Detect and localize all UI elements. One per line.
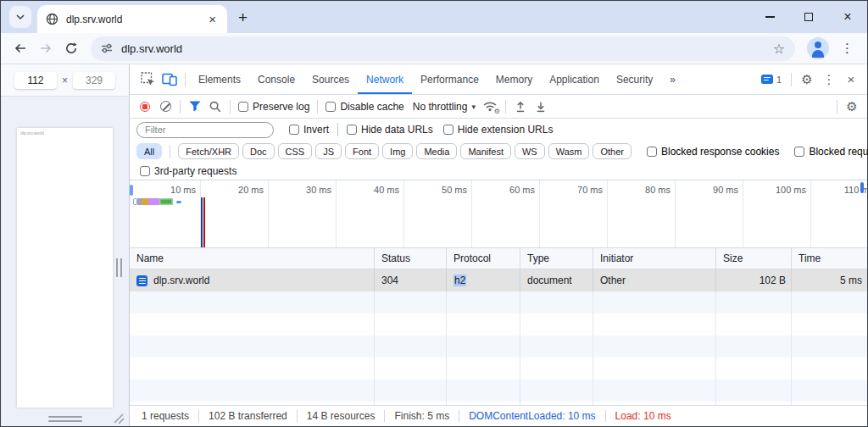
column-header-protocol[interactable]: Protocol bbox=[447, 248, 520, 269]
tab-network[interactable]: Network bbox=[358, 64, 412, 94]
request-row-protocol-cell: h2 bbox=[447, 269, 520, 291]
import-har-button[interactable] bbox=[510, 97, 531, 117]
window-close-button[interactable]: × bbox=[828, 1, 867, 33]
browser-tab[interactable]: dlp.srv.world × bbox=[37, 5, 227, 33]
record-icon bbox=[140, 102, 150, 112]
devtools-menu-button[interactable]: ⋮ bbox=[818, 69, 840, 91]
maximize-button[interactable] bbox=[789, 1, 828, 33]
chip-wasm[interactable]: Wasm bbox=[548, 143, 590, 159]
chip-manifest[interactable]: Manifest bbox=[460, 143, 511, 159]
devtools-panel: Elements Console Sources Network Perform… bbox=[130, 64, 867, 426]
device-width-input[interactable] bbox=[14, 72, 57, 89]
clear-network-log-button[interactable] bbox=[155, 97, 175, 117]
reload-button[interactable] bbox=[58, 36, 84, 61]
separator bbox=[185, 73, 186, 86]
chip-css[interactable]: CSS bbox=[278, 143, 313, 159]
browser-menu-button[interactable]: ⋮ bbox=[834, 41, 860, 56]
tab-elements[interactable]: Elements bbox=[190, 64, 249, 94]
chip-media[interactable]: Media bbox=[416, 143, 457, 159]
network-status-bar: 1 requests 102 B transferred 14 B resour… bbox=[130, 405, 867, 426]
tab-application[interactable]: Application bbox=[541, 64, 608, 94]
table-filler bbox=[792, 291, 867, 405]
disable-cache-checkbox[interactable]: Disable cache bbox=[326, 101, 403, 113]
column-header-size[interactable]: Size bbox=[716, 248, 792, 269]
throttling-select[interactable]: No throttling ▾ bbox=[413, 101, 476, 113]
request-row-initiator-cell[interactable]: Other bbox=[593, 269, 716, 291]
device-height-input[interactable] bbox=[73, 72, 115, 89]
site-settings-icon bbox=[101, 42, 113, 54]
tab-security[interactable]: Security bbox=[608, 64, 661, 94]
column-header-time[interactable]: Time bbox=[792, 248, 867, 269]
record-network-log-button[interactable] bbox=[135, 97, 155, 117]
more-tabs-button[interactable]: » bbox=[661, 64, 684, 94]
third-party-checkbox[interactable]: 3rd-party requests bbox=[140, 165, 236, 177]
waterfall-waiting-segment bbox=[159, 198, 173, 205]
gear-icon: ⚙ bbox=[801, 73, 812, 86]
caret-down-icon: ▾ bbox=[471, 103, 476, 111]
corner-resize-handle[interactable] bbox=[113, 413, 125, 424]
tick-label: 60 ms bbox=[469, 185, 537, 195]
tab-search-button[interactable] bbox=[9, 6, 31, 28]
device-toolbar-toggle[interactable] bbox=[159, 69, 181, 91]
chip-fetch-xhr[interactable]: Fetch/XHR bbox=[178, 143, 239, 159]
tick-label: 90 ms bbox=[672, 185, 741, 195]
column-header-name[interactable]: Name bbox=[130, 248, 375, 269]
invert-checkbox[interactable]: Invert bbox=[289, 124, 329, 136]
back-button[interactable] bbox=[8, 36, 33, 61]
tab-console[interactable]: Console bbox=[249, 64, 303, 94]
search-button[interactable] bbox=[205, 97, 225, 117]
tab-memory[interactable]: Memory bbox=[487, 64, 541, 94]
chip-img[interactable]: Img bbox=[382, 143, 413, 159]
filter-toggle-button[interactable] bbox=[185, 97, 205, 117]
blocked-cookies-checkbox[interactable]: Blocked response cookies bbox=[647, 146, 779, 158]
address-bar[interactable]: dlp.srv.world ☆ bbox=[91, 36, 795, 61]
column-header-status[interactable]: Status bbox=[375, 248, 447, 269]
network-conditions-button[interactable]: ⚙ bbox=[481, 97, 501, 117]
chip-js[interactable]: JS bbox=[315, 143, 342, 159]
tab-close-icon[interactable]: × bbox=[206, 12, 219, 26]
bookmark-star-icon[interactable]: ☆ bbox=[773, 41, 785, 57]
profile-avatar[interactable] bbox=[807, 37, 829, 59]
hide-extension-urls-checkbox[interactable]: Hide extension URLs bbox=[443, 124, 554, 136]
column-header-type[interactable]: Type bbox=[520, 248, 593, 269]
blocked-requests-checkbox[interactable]: Blocked requests bbox=[794, 146, 868, 158]
minimize-button[interactable] bbox=[750, 1, 789, 33]
tab-performance[interactable]: Performance bbox=[412, 64, 487, 94]
request-protocol: h2 bbox=[453, 274, 466, 286]
tab-sources[interactable]: Sources bbox=[303, 64, 358, 94]
inspect-element-button[interactable] bbox=[136, 69, 159, 91]
forward-button[interactable] bbox=[33, 36, 58, 61]
height-resize-handle[interactable] bbox=[48, 416, 82, 422]
chip-ws[interactable]: WS bbox=[515, 143, 545, 159]
device-viewport[interactable]: dlp.srv.world bbox=[17, 128, 113, 408]
new-tab-button[interactable]: + bbox=[238, 9, 248, 25]
chip-all[interactable]: All bbox=[136, 143, 162, 159]
width-resize-handle[interactable] bbox=[116, 258, 122, 277]
hide-data-urls-label: Hide data URLs bbox=[361, 124, 433, 136]
mini-gear-icon: ⚙ bbox=[494, 108, 500, 115]
gear-icon: ⚙ bbox=[846, 100, 857, 113]
network-overview-timeline[interactable]: 10 ms 20 ms 30 ms 40 ms 50 ms 60 ms 70 m… bbox=[130, 180, 867, 248]
chip-other[interactable]: Other bbox=[593, 143, 632, 159]
domcontentloaded-event-line bbox=[201, 197, 203, 247]
preserve-log-checkbox[interactable]: Preserve log bbox=[238, 101, 309, 113]
devtools-settings-button[interactable]: ⚙ bbox=[796, 69, 818, 91]
devtools-close-button[interactable]: × bbox=[840, 69, 862, 91]
filter-input[interactable] bbox=[136, 122, 274, 138]
hide-data-urls-checkbox[interactable]: Hide data URLs bbox=[347, 124, 433, 136]
tick-label: 40 ms bbox=[333, 185, 402, 195]
chip-font[interactable]: Font bbox=[345, 143, 379, 159]
messages-count-badge: 1 bbox=[776, 75, 782, 85]
console-messages-icon[interactable] bbox=[761, 75, 773, 84]
overview-scrollbar-thumb[interactable] bbox=[860, 182, 864, 193]
request-name: dlp.srv.world bbox=[153, 274, 209, 286]
export-har-button[interactable] bbox=[531, 97, 551, 117]
column-header-initiator[interactable]: Initiator bbox=[593, 248, 716, 269]
checkbox-icon bbox=[443, 125, 453, 135]
tick-label: 100 ms bbox=[740, 185, 809, 195]
overview-left-handle[interactable] bbox=[130, 185, 133, 196]
network-settings-button[interactable]: ⚙ bbox=[842, 97, 862, 117]
chip-doc[interactable]: Doc bbox=[242, 143, 275, 159]
tick-label: 110 ms bbox=[808, 185, 867, 195]
request-row-name-cell[interactable]: dlp.srv.world bbox=[130, 269, 375, 291]
